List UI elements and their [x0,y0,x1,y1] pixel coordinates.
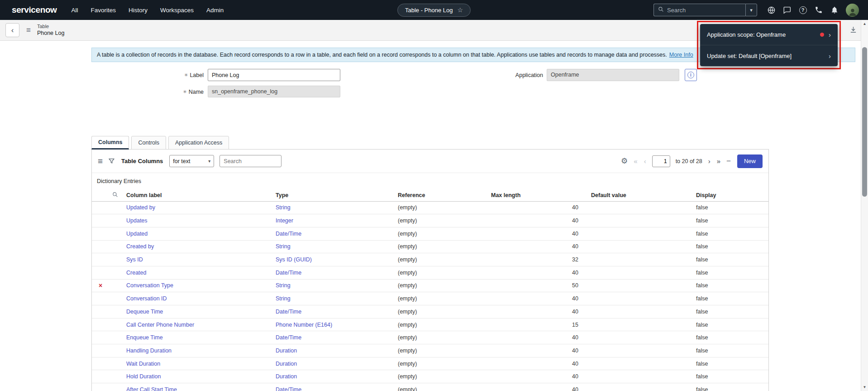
scope-globe-icon[interactable] [767,5,776,14]
type-link[interactable]: Date/Time [276,309,301,315]
column-label-link[interactable]: Enqueue Time [126,334,163,341]
favorite-star-icon[interactable]: ☆ [457,6,463,14]
nav-item-history[interactable]: History [129,7,148,14]
column-label-link[interactable]: Updates [126,217,148,224]
column-label-link[interactable]: Sys ID [126,256,143,263]
more-info-link[interactable]: More Info [669,52,693,58]
tab-application-access[interactable]: Application Access [168,136,229,150]
type-link[interactable]: Integer [276,217,293,224]
download-icon[interactable] [849,26,857,35]
type-link[interactable]: Date/Time [276,231,301,237]
default-value-cell [588,201,693,214]
dictionary-table: Column label Type Reference Max length D… [92,189,768,391]
application-info-button[interactable]: i [685,69,697,81]
scroll-down-arrow[interactable]: ▼ [861,385,868,389]
current-record-pill[interactable]: Table - Phone Log ☆ [397,4,471,17]
type-link[interactable]: String [276,295,291,302]
tab-controls[interactable]: Controls [131,136,166,150]
type-link[interactable]: Duration [276,361,297,367]
nav-item-workspaces[interactable]: Workspaces [160,7,194,14]
type-link[interactable]: String [276,282,291,289]
display-cell: false [693,331,768,344]
header-max-length[interactable]: Max length [488,189,588,201]
list-context-menu-icon[interactable]: ≡ [98,157,103,165]
column-label-link[interactable]: Dequeue Time [126,309,163,315]
filter-funnel-icon[interactable] [108,158,115,164]
row-flag-cell [92,344,124,357]
back-button[interactable]: ‹ [5,23,19,37]
nav-item-all[interactable]: All [72,7,78,14]
column-label-link[interactable]: Conversation ID [126,295,167,302]
max-length-cell: 40 [488,357,588,370]
column-label-link[interactable]: Updated [126,231,148,237]
type-link[interactable]: Duration [276,348,297,354]
type-link[interactable]: Date/Time [276,270,301,276]
column-label-link[interactable]: Handling Duration [126,348,172,354]
column-label-link[interactable]: Updated by [126,204,155,211]
first-page-button[interactable]: « [633,157,638,165]
form-context-menu-icon[interactable]: ≡ [26,26,31,35]
column-label-link[interactable]: Hold Duration [126,373,161,380]
page-number-input[interactable] [652,155,670,167]
user-avatar[interactable] [846,4,859,17]
update-set-menu-item[interactable]: Update set: Default [Openframe] › [700,45,838,66]
vertical-scrollbar[interactable]: ▲ ▼ [861,20,868,391]
default-value-cell [588,227,693,240]
type-link[interactable]: Phone Number (E164) [276,322,332,328]
label-input[interactable] [208,69,340,81]
next-page-button[interactable]: › [708,157,711,165]
scroll-up-arrow[interactable]: ▲ [861,22,868,26]
search-options-caret[interactable]: ▾ [745,4,757,16]
type-link[interactable]: Sys ID (GUID) [276,256,312,263]
max-length-cell: 50 [488,279,588,292]
phone-icon[interactable] [814,5,823,14]
header-type[interactable]: Type [273,189,395,201]
help-icon[interactable]: ? [798,5,807,14]
new-button[interactable]: New [737,154,763,168]
header-display[interactable]: Display [693,189,768,201]
type-link[interactable]: Duration [276,373,297,380]
global-search[interactable] [653,4,745,16]
personalize-list-gear-icon[interactable]: ⚙ [621,156,628,166]
header-default-value[interactable]: Default value [588,189,693,201]
column-label-link[interactable]: Call Center Phone Number [126,322,194,328]
type-link[interactable]: Date/Time [276,386,301,391]
column-label-link[interactable]: Conversation Type [126,282,173,289]
application-scope-menu-item[interactable]: Application scope: Openframe › [700,24,838,45]
previous-page-button[interactable]: ‹ [644,157,647,165]
header-column-label[interactable]: Column label [124,189,273,201]
default-value-cell [588,318,693,331]
scope-alert-dot-icon [820,33,824,37]
tab-columns[interactable]: Columns [91,136,129,150]
column-label-link[interactable]: Wait Duration [126,361,160,367]
type-link[interactable]: Date/Time [276,334,301,341]
table-row: Enqueue TimeDate/Time(empty)40false [92,331,768,344]
nav-item-admin[interactable]: Admin [206,7,224,14]
search-column-dropdown[interactable]: for text ▾ [169,155,214,167]
column-label-link[interactable]: Created [126,270,146,276]
display-cell: false [693,201,768,214]
column-label-link[interactable]: After Call Start Time [126,386,177,391]
list-toolbar: ≡ Table Columns for text ▾ ⚙ « ‹ to 20 o… [92,150,768,173]
servicenow-logo[interactable]: servicenow [12,5,57,15]
table-row: Call Center Phone NumberPhone Number (E1… [92,318,768,331]
type-link[interactable]: String [276,204,291,211]
type-link[interactable]: String [276,243,291,250]
default-value-cell [588,357,693,370]
chat-icon[interactable] [782,5,792,14]
column-label-link[interactable]: Created by [126,243,154,250]
list-search-input[interactable] [219,155,281,167]
max-length-cell: 40 [488,240,588,253]
header-reference[interactable]: Reference [395,189,488,201]
column-search-icon[interactable] [112,193,118,199]
last-page-button[interactable]: » [716,157,721,165]
display-cell: false [693,344,768,357]
table-row: Updated byString(empty)40false [92,201,768,214]
invalid-x-icon[interactable]: × [99,282,102,289]
scrollbar-thumb[interactable] [862,47,867,197]
minimize-list-icon[interactable]: − [726,157,731,166]
max-length-cell: 40 [488,370,588,383]
nav-item-favorites[interactable]: Favorites [91,7,116,14]
notifications-bell-icon[interactable] [830,5,839,14]
global-search-input[interactable] [667,7,747,14]
